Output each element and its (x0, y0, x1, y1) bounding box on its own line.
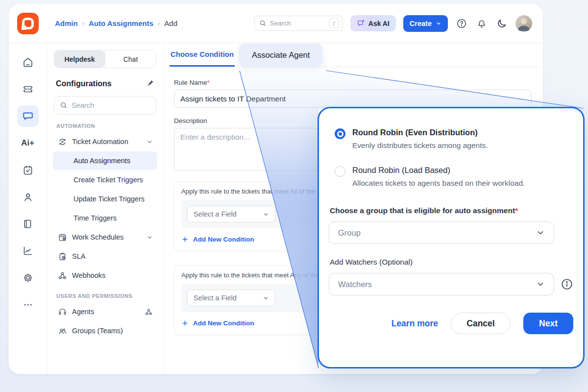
required-mark: * (207, 79, 210, 86)
sidebar-item-sla[interactable]: SLA (53, 247, 157, 266)
calendar-icon (57, 233, 67, 242)
watchers-dropdown[interactable]: Watchers (329, 273, 554, 295)
breadcrumb-admin[interactable]: Admin (55, 19, 78, 27)
select-field-dropdown[interactable]: Select a Field (187, 290, 275, 306)
sidebar-item-agents[interactable]: Agents (53, 302, 157, 321)
breadcrumb-current: Add (164, 19, 177, 27)
automation-icon (57, 137, 67, 147)
create-button[interactable]: Create (403, 15, 448, 32)
search-input[interactable] (270, 20, 325, 27)
section-label-users-permissions: USERS AND PERMISSIONS (56, 293, 154, 299)
search-icon (259, 20, 267, 27)
sidebar-item-update-ticket-triggers[interactable]: Update Ticket Triggers (53, 190, 157, 208)
sidebar-item-label: Groups (Teams) (72, 327, 123, 335)
ai-label: Ai (21, 138, 29, 148)
pin-icon[interactable] (145, 79, 154, 88)
sidebar-item-label: SLA (72, 252, 85, 260)
option-label[interactable]: Round Robin (Even Distribution) (352, 128, 488, 137)
select-field-placeholder: Select a Field (194, 294, 237, 302)
option-label[interactable]: Round Robin (Load Based) (352, 166, 525, 175)
rule-name-input[interactable] (174, 90, 532, 108)
option-description: Allocates tickets to agents based on the… (352, 179, 525, 188)
breadcrumb-auto-assignments[interactable]: Auto Assignments (89, 19, 153, 27)
chevron-down-icon (536, 280, 545, 289)
ask-ai-button[interactable]: Ask AI (350, 15, 396, 31)
next-button[interactable]: Next (523, 313, 573, 334)
group-dropdown[interactable]: Group (329, 221, 554, 244)
sla-icon (57, 252, 67, 261)
select-field-placeholder: Select a Field (194, 210, 237, 218)
app-logo[interactable] (17, 13, 39, 34)
help-icon[interactable] (455, 17, 468, 30)
tab-associate-agent[interactable]: Associate Agent (239, 44, 322, 66)
watchers-row: Watchers (329, 267, 573, 295)
learn-more-link[interactable]: Learn more (392, 318, 438, 329)
ai-spark: + (29, 138, 34, 148)
sidebar-item-label: Update Ticket Triggers (74, 195, 145, 203)
plus-icon (181, 236, 189, 243)
add-new-condition-label: Add New Condition (193, 236, 254, 243)
tab-choose-condition[interactable]: Choose Condition (170, 43, 235, 67)
settings-icon[interactable] (17, 267, 39, 289)
tickets-icon[interactable] (17, 78, 39, 100)
sidebar-item-ticket-automation[interactable]: Ticket Automation (53, 132, 157, 151)
sidebar-item-create-ticket-triggers[interactable]: Create Ticket Triggers (53, 171, 157, 189)
ai-icon[interactable]: Ai+ (17, 132, 39, 154)
sidebar-item-label: Ticket Automation (72, 138, 128, 146)
chevron-down-icon (263, 211, 269, 218)
sidebar: Helpdesk Chat Configurations AUTOMATION (47, 43, 164, 374)
knowledge-base-icon[interactable] (17, 213, 39, 235)
add-new-condition-label: Add New Condition (193, 319, 254, 327)
select-field-dropdown[interactable]: Select a Field (187, 206, 275, 222)
sidebar-search-input[interactable] (72, 101, 150, 109)
wizard-tabs: Choose Condition Associate Agent (164, 43, 543, 67)
sidebar-item-label: Create Ticket Triggers (74, 176, 143, 184)
bell-icon[interactable] (475, 17, 488, 30)
sidebar-item-auto-assignments[interactable]: Auto Assignments (53, 151, 157, 170)
associate-agent-popup: Round Robin (Even Distribution) Evenly d… (318, 107, 585, 368)
moon-icon[interactable] (495, 17, 508, 30)
tab-chat[interactable]: Chat (105, 50, 156, 68)
page-background: Admin › Auto Assignments › Add / (0, 0, 588, 392)
info-icon[interactable] (561, 278, 573, 291)
topbar: Admin › Auto Assignments › Add / (9, 4, 543, 43)
sidebar-item-work-schedules[interactable]: Work Schedules (53, 228, 157, 246)
home-icon[interactable] (17, 51, 39, 73)
sidebar-item-label: Time Triggers (74, 214, 117, 222)
watchers-placeholder: Watchers (338, 280, 372, 289)
cancel-button[interactable]: Cancel (451, 313, 511, 334)
group-label: Choose a group that is eligible for auto… (330, 206, 573, 215)
sidebar-item-time-triggers[interactable]: Time Triggers (53, 209, 157, 227)
reports-icon[interactable] (17, 240, 39, 262)
sidebar-item-label: Auto Assignments (74, 157, 130, 165)
radio-selected[interactable] (335, 128, 345, 139)
groups-icon (57, 326, 67, 336)
chevron-down-icon (147, 139, 153, 145)
chat-icon[interactable] (17, 105, 39, 127)
icon-rail: Ai+ (9, 43, 47, 374)
sidebar-mode-switch: Helpdesk Chat (54, 50, 156, 68)
global-search[interactable]: / (254, 16, 343, 31)
tab-helpdesk[interactable]: Helpdesk (54, 50, 105, 68)
radio-unselected[interactable] (335, 166, 345, 177)
user-avatar[interactable] (515, 15, 532, 32)
chevron-down-icon (147, 234, 153, 241)
chevron-down-icon (536, 228, 545, 237)
topbar-actions: / Ask AI Create (254, 15, 543, 32)
contacts-icon[interactable] (17, 186, 39, 208)
sidebar-item-webhooks[interactable]: Webhooks (53, 266, 157, 285)
sidebar-search[interactable] (54, 96, 156, 115)
webhook-icon (57, 271, 67, 280)
tasks-icon[interactable] (17, 159, 39, 181)
ask-ai-label: Ask AI (368, 20, 390, 27)
sidebar-header: Configurations (53, 74, 157, 96)
sparkle-chat-icon (357, 19, 365, 27)
required-mark: * (515, 206, 518, 215)
sidebar-item-groups-teams[interactable]: Groups (Teams) (53, 321, 157, 340)
headset-icon (57, 307, 67, 317)
more-icon[interactable] (17, 294, 39, 316)
popup-footer: Learn more Cancel Next (329, 313, 573, 334)
option-round-robin-load: Round Robin (Load Based) Allocates ticke… (335, 166, 573, 188)
chevron-down-icon (263, 295, 269, 301)
webhook-icon[interactable] (145, 308, 153, 316)
